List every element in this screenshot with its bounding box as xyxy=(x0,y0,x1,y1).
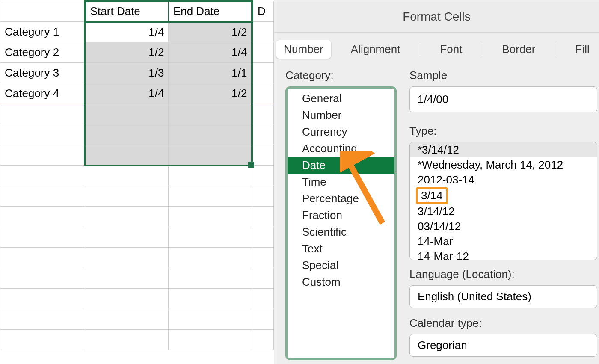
grid[interactable]: Start Date End Date D Category 1 1/4 1/2… xyxy=(0,0,274,350)
cell-b7[interactable] xyxy=(85,124,169,145)
category-list[interactable]: General Number Currency Accounting Date … xyxy=(285,86,397,360)
cell-b3[interactable]: 1/2 xyxy=(85,42,169,63)
type-item-7[interactable]: 14-Mar-12 xyxy=(410,249,597,260)
cell-c4[interactable]: 1/1 xyxy=(169,63,252,83)
cell-a4[interactable]: Category 3 xyxy=(0,63,85,83)
type-item-5[interactable]: 03/14/12 xyxy=(410,219,597,234)
type-item-2[interactable]: 2012-03-14 xyxy=(410,172,597,187)
category-number[interactable]: Number xyxy=(288,107,394,124)
category-currency[interactable]: Currency xyxy=(288,124,394,140)
tab-number[interactable]: Number xyxy=(276,40,331,59)
language-select[interactable]: English (United States) xyxy=(409,285,597,308)
tab-font[interactable]: Font xyxy=(432,40,470,59)
cell-b2[interactable]: 1/4 xyxy=(85,22,169,42)
cell-a5[interactable]: Category 4 xyxy=(0,83,85,104)
type-label: Type: xyxy=(409,124,599,138)
cell-a6[interactable] xyxy=(0,104,85,124)
cell-c5[interactable]: 1/2 xyxy=(169,83,252,104)
cell-c2[interactable]: 1/2 xyxy=(169,22,252,42)
tab-fill[interactable]: Fill xyxy=(567,40,597,59)
spreadsheet: Start Date End Date D Category 1 1/4 1/2… xyxy=(0,0,274,350)
number-pane: Category: General Number Currency Accoun… xyxy=(274,63,599,364)
type-item-4[interactable]: 3/14/12 xyxy=(410,204,597,219)
category-label: Category: xyxy=(285,69,397,82)
cell-d4[interactable] xyxy=(252,63,273,83)
type-item-6[interactable]: 14-Mar xyxy=(410,234,597,249)
category-fraction[interactable]: Fraction xyxy=(288,207,394,224)
header-end-date[interactable]: End Date xyxy=(169,1,252,22)
cell-d2[interactable] xyxy=(252,22,273,42)
cell-d6[interactable] xyxy=(252,104,273,124)
cell-c3[interactable]: 1/4 xyxy=(169,42,252,63)
category-text[interactable]: Text xyxy=(288,240,394,257)
category-time[interactable]: Time xyxy=(288,174,394,190)
tab-alignment[interactable]: Alignment xyxy=(343,40,408,59)
cell-a7[interactable] xyxy=(0,124,85,145)
type-item-1[interactable]: *Wednesday, March 14, 2012 xyxy=(410,157,597,172)
cell-d8[interactable] xyxy=(252,145,273,166)
cell-d5[interactable] xyxy=(252,83,273,104)
calendar-select[interactable]: Gregorian xyxy=(409,334,597,357)
cell-a3[interactable]: Category 2 xyxy=(0,42,85,63)
category-special[interactable]: Special xyxy=(288,257,394,274)
type-list[interactable]: *3/14/12 *Wednesday, March 14, 2012 2012… xyxy=(409,142,597,260)
category-accounting[interactable]: Accounting xyxy=(288,140,394,157)
header-start-date[interactable]: Start Date xyxy=(85,1,169,22)
tab-separator xyxy=(420,44,420,56)
calendar-label: Calendar type: xyxy=(409,317,599,330)
category-general[interactable]: General xyxy=(288,90,394,107)
language-label: Language (Location): xyxy=(409,268,599,281)
type-item-3[interactable]: 3/14 xyxy=(416,187,448,204)
format-cells-dialog: Format Cells Number Alignment Font Borde… xyxy=(274,0,599,364)
tab-border[interactable]: Border xyxy=(494,40,543,59)
dialog-title: Format Cells xyxy=(274,0,599,33)
cell-c8[interactable] xyxy=(169,145,252,166)
fill-handle[interactable] xyxy=(248,162,254,168)
type-item-0[interactable]: *3/14/12 xyxy=(410,142,597,157)
cell-b6[interactable] xyxy=(85,104,169,124)
cell-b4[interactable]: 1/3 xyxy=(85,63,169,83)
header-a[interactable] xyxy=(0,1,85,22)
category-scientific[interactable]: Scientific xyxy=(288,224,394,240)
cell-a8[interactable] xyxy=(0,145,85,166)
cell-b8[interactable] xyxy=(85,145,169,166)
cell-c6[interactable] xyxy=(169,104,252,124)
sample-label: Sample xyxy=(409,69,599,82)
cell-d7[interactable] xyxy=(252,124,273,145)
tab-separator xyxy=(555,44,555,56)
cell-d3[interactable] xyxy=(252,42,273,63)
cell-b5[interactable]: 1/4 xyxy=(85,83,169,104)
tab-separator xyxy=(482,44,482,56)
cell-c7[interactable] xyxy=(169,124,252,145)
header-d[interactable]: D xyxy=(252,1,273,22)
cell-a2[interactable]: Category 1 xyxy=(0,22,85,42)
category-custom[interactable]: Custom xyxy=(288,274,394,290)
cell-a9[interactable] xyxy=(0,166,85,186)
category-percentage[interactable]: Percentage xyxy=(288,190,394,207)
sample-value: 1/4/00 xyxy=(409,86,597,112)
category-date[interactable]: Date xyxy=(288,157,394,174)
tab-row: Number Alignment Font Border Fill xyxy=(274,33,599,63)
